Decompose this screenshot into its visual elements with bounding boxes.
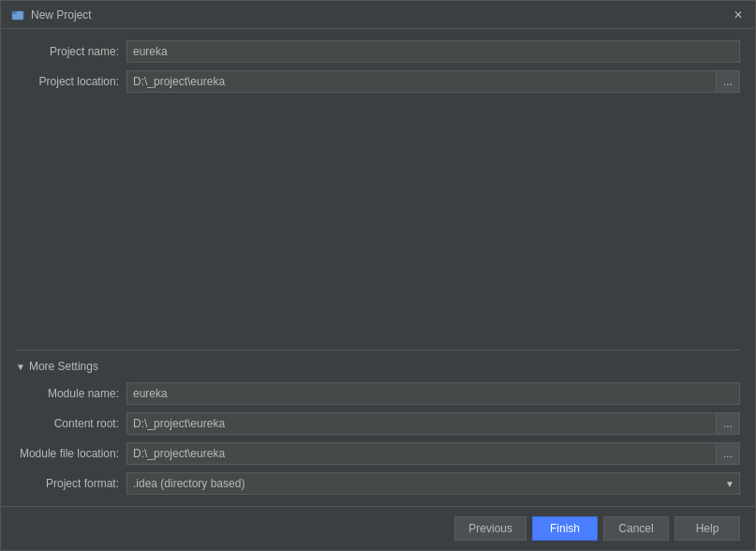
module-file-location-browse-button[interactable]: ... (716, 442, 740, 465)
project-location-browse-button[interactable]: ... (716, 70, 740, 93)
title-bar-left: New Project (10, 7, 92, 22)
more-settings-toggle[interactable]: ▼ More Settings (16, 358, 740, 375)
project-name-label: Project name: (16, 45, 119, 58)
more-settings-content: Module name: Content root: ... Module (16, 375, 740, 495)
spacer (16, 100, 740, 342)
dialog-footer: Previous Finish Cancel Help (1, 506, 755, 550)
previous-button[interactable]: Previous (454, 516, 526, 541)
project-name-row: Project name: (16, 40, 740, 63)
close-icon: ✕ (734, 8, 743, 22)
project-format-label: Project format: (16, 477, 119, 490)
dialog-title: New Project (31, 8, 92, 22)
module-name-row: Module name: (16, 382, 740, 405)
project-format-row: Project format: .idea (directory based) … (16, 472, 740, 495)
browse-icon: ... (723, 417, 733, 430)
content-root-field: ... (126, 412, 740, 435)
module-name-label: Module name: (16, 387, 119, 400)
help-button[interactable]: Help (674, 516, 740, 541)
browse-icon: ... (723, 447, 733, 460)
project-format-select-wrapper: .idea (directory based) .ipr (file based… (126, 472, 740, 495)
content-root-row: Content root: ... (16, 412, 740, 435)
toggle-triangle-icon: ▼ (16, 362, 25, 372)
project-location-input[interactable] (126, 70, 716, 93)
more-settings-section: ▼ More Settings Module name: Content roo… (16, 350, 740, 495)
svg-rect-1 (12, 11, 17, 14)
project-location-field: ... (126, 70, 740, 93)
browse-icon: ... (723, 75, 733, 88)
more-settings-label: More Settings (29, 360, 98, 373)
finish-button[interactable]: Finish (532, 516, 598, 541)
content-root-label: Content root: (16, 417, 119, 430)
project-location-row: Project location: ... (16, 70, 740, 93)
project-name-input[interactable] (126, 40, 740, 63)
content-root-browse-button[interactable]: ... (716, 412, 740, 435)
module-file-location-row: Module file location: ... (16, 442, 740, 465)
close-button[interactable]: ✕ (731, 7, 746, 22)
title-bar: New Project ✕ (1, 1, 755, 29)
new-project-dialog: New Project ✕ Project name: Project loca… (0, 0, 756, 551)
module-name-input[interactable] (126, 382, 740, 405)
content-root-input[interactable] (126, 412, 716, 435)
module-file-location-field: ... (126, 442, 740, 465)
project-format-select[interactable]: .idea (directory based) .ipr (file based… (126, 472, 740, 495)
dialog-content: Project name: Project location: ... ▼ Mo… (1, 29, 755, 506)
project-location-label: Project location: (16, 75, 119, 88)
module-file-location-label: Module file location: (16, 447, 119, 460)
cancel-button[interactable]: Cancel (603, 516, 669, 541)
module-file-location-input[interactable] (126, 442, 716, 465)
dialog-icon (10, 7, 25, 22)
